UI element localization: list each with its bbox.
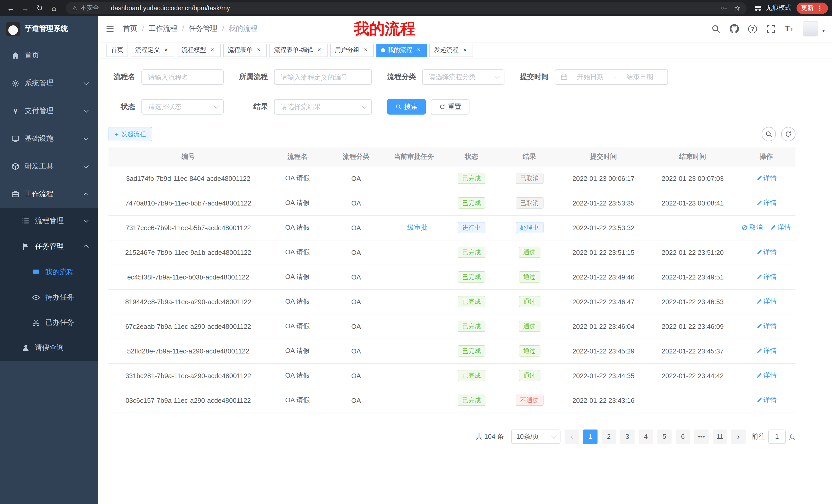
breadcrumb-task-mgmt[interactable]: 任务管理 <box>189 24 217 33</box>
search-icon <box>395 104 401 110</box>
breadcrumb-home[interactable]: 首页 <box>123 24 137 33</box>
sidebar-item-workflow[interactable]: 工作流程 <box>0 180 98 208</box>
search-button[interactable]: 搜索 <box>387 99 426 115</box>
cell-end-time: 2022-01-22 23:45:37 <box>648 339 737 363</box>
status-select[interactable]: 请选择状态 <box>141 99 224 115</box>
cell-category: OA <box>327 215 385 240</box>
bookmark-star-icon[interactable]: ☆ <box>734 4 740 12</box>
avatar-caret-icon[interactable]: ▾ <box>822 28 825 33</box>
avatar[interactable] <box>803 21 818 36</box>
home-icon <box>10 51 21 60</box>
current-task-link[interactable]: 一级审批 <box>400 223 427 231</box>
sidebar-item-payment[interactable]: ¥ 支付管理 <box>0 97 98 125</box>
key-icon[interactable] <box>721 4 728 11</box>
sidebar-item-label: 工作流程 <box>25 190 53 199</box>
tab-user-group[interactable]: 用户分组 × <box>330 44 374 57</box>
browser-reload-icon[interactable]: ↻ <box>33 1 46 15</box>
page-button-3[interactable]: 3 <box>620 429 634 444</box>
security-label[interactable]: 不安全 <box>81 4 99 12</box>
tab-process-form-edit[interactable]: 流程表单-编辑 × <box>269 44 328 57</box>
tab-process-form[interactable]: 流程表单 × <box>223 44 267 57</box>
result-placeholder: 请选择流结果 <box>281 102 321 111</box>
close-icon[interactable]: × <box>162 47 170 54</box>
detail-link[interactable]: 详情 <box>770 223 791 232</box>
browser-back-icon[interactable]: ← <box>4 1 18 15</box>
start-process-button[interactable]: + 发起流程 <box>108 127 152 141</box>
result-select[interactable]: 请选择流结果 <box>274 99 372 115</box>
browser-home-icon[interactable]: ⌂ <box>47 1 61 15</box>
tab-my-process[interactable]: 我的流程 × <box>376 44 427 57</box>
sidebar-item-system[interactable]: 系统管理 <box>0 69 98 97</box>
font-size-icon[interactable]: TT <box>785 25 794 33</box>
page-button-2[interactable]: 2 <box>602 429 616 444</box>
page-button-1[interactable]: 1 <box>583 429 598 444</box>
cell-submit-time: 2022-01-22 23:53:35 <box>558 191 648 215</box>
search-icon <box>765 131 772 138</box>
submit-time-range[interactable]: 开始日期 - 结束日期 <box>555 69 668 85</box>
tab-process-model[interactable]: 流程模型 × <box>177 44 220 57</box>
close-icon[interactable]: × <box>362 47 369 54</box>
address-bar[interactable]: ⚠ 不安全 dashboard.yudao.iocoder.cn/bpm/tas… <box>66 2 747 14</box>
detail-link[interactable]: 详情 <box>756 297 777 306</box>
sidebar-item-leave-query[interactable]: 请假查询 <box>0 335 98 361</box>
page-ellipsis-button[interactable]: ••• <box>694 429 709 444</box>
sidebar-item-task-mgmt[interactable]: 任务管理 <box>0 234 98 259</box>
sidebar-item-todo-tasks[interactable]: 待办任务 <box>0 285 98 310</box>
category-select[interactable]: 请选择流程分类 <box>422 69 504 85</box>
process-name-input[interactable] <box>141 69 224 85</box>
detail-link[interactable]: 详情 <box>756 272 777 282</box>
detail-link[interactable]: 详情 <box>756 174 777 183</box>
tab-start-process[interactable]: 发起流程 × <box>430 44 473 57</box>
cancel-link[interactable]: 取消 <box>742 223 762 232</box>
tab-process-definition[interactable]: 流程定义 × <box>131 44 174 57</box>
cell-current-task <box>385 388 443 413</box>
url-text[interactable]: dashboard.yudao.iocoder.cn/bpm/task/my <box>111 4 230 11</box>
sidebar-item-devtools[interactable]: 研发工具 <box>0 152 98 180</box>
close-icon[interactable]: × <box>255 47 262 54</box>
fullscreen-icon[interactable] <box>766 24 775 33</box>
chevron-down-icon <box>362 104 367 109</box>
sidebar-item-my-process[interactable]: 我的流程 <box>0 259 98 285</box>
browser-update-menu[interactable]: 更新 ⋮ <box>797 2 828 13</box>
cell-submit-time: 2022-01-22 23:51:15 <box>558 240 648 264</box>
detail-link[interactable]: 详情 <box>756 321 777 331</box>
next-page-button[interactable]: › <box>731 429 746 444</box>
browser-forward-icon[interactable]: → <box>19 1 32 15</box>
sidebar-item-done-tasks[interactable]: 已办任务 <box>0 310 98 335</box>
detail-link[interactable]: 详情 <box>756 346 777 356</box>
help-icon[interactable]: ? <box>748 24 757 33</box>
cell-category: OA <box>327 166 385 191</box>
detail-link[interactable]: 详情 <box>756 198 777 207</box>
page-size-select[interactable]: 10条/页 <box>511 429 561 444</box>
page-button-6[interactable]: 6 <box>676 429 690 444</box>
breadcrumb-workflow[interactable]: 工作流程 <box>149 24 177 33</box>
close-icon[interactable]: × <box>209 47 216 54</box>
sidebar-toggle[interactable] <box>105 24 115 33</box>
sidebar-item-home[interactable]: 首页 <box>0 41 98 69</box>
sidebar-item-label: 首页 <box>25 51 39 60</box>
page-button-11[interactable]: 11 <box>713 429 727 444</box>
search-icon[interactable] <box>711 24 721 33</box>
detail-link[interactable]: 详情 <box>756 248 777 257</box>
page-button-4[interactable]: 4 <box>639 429 653 444</box>
close-icon[interactable]: × <box>316 47 323 54</box>
toggle-search-button[interactable] <box>761 127 776 141</box>
page-button-5[interactable]: 5 <box>657 429 672 444</box>
detail-link[interactable]: 详情 <box>756 396 777 405</box>
cell-id: 03c6c157-7b9a-11ec-a290-acde48001122 <box>108 388 268 413</box>
refresh-table-button[interactable] <box>781 127 796 141</box>
sidebar-item-process-mgmt[interactable]: 流程管理 <box>0 208 98 234</box>
close-icon[interactable]: × <box>415 47 422 54</box>
github-icon[interactable] <box>730 24 739 33</box>
sidebar-item-infra[interactable]: 基础设施 <box>0 125 98 152</box>
browser-menu-dots-icon[interactable]: ⋮ <box>816 4 823 11</box>
close-icon[interactable]: × <box>461 47 468 54</box>
app-logo[interactable]: 芋道管理系统 <box>0 16 98 41</box>
detail-link[interactable]: 详情 <box>756 371 777 380</box>
tab-home[interactable]: 首页 <box>106 44 128 57</box>
reset-button[interactable]: 重置 <box>431 99 469 115</box>
prev-page-button[interactable]: ‹ <box>565 429 579 444</box>
goto-page-input[interactable] <box>768 429 786 444</box>
category-placeholder: 请选择流程分类 <box>429 73 476 82</box>
parent-process-input[interactable] <box>274 69 372 85</box>
